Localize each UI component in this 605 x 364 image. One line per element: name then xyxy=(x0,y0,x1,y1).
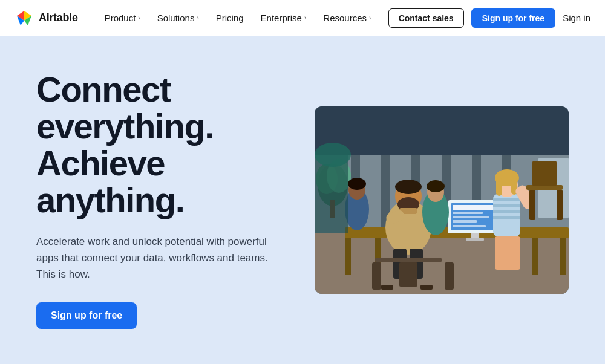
nav-item-product[interactable]: Product › xyxy=(97,9,148,27)
signin-button[interactable]: Sign in xyxy=(563,13,590,23)
svg-point-66 xyxy=(315,143,351,167)
svg-rect-31 xyxy=(466,238,484,241)
resources-chevron-icon: › xyxy=(369,15,371,21)
nav-item-solutions[interactable]: Solutions › xyxy=(150,9,206,27)
hero-headline: Connect everything. Achieve anything. xyxy=(36,71,290,219)
product-chevron-icon: › xyxy=(138,15,140,21)
nav-item-resources[interactable]: Resources › xyxy=(316,9,378,27)
svg-rect-20 xyxy=(560,238,566,275)
svg-rect-27 xyxy=(453,216,489,218)
svg-rect-62 xyxy=(372,262,381,290)
svg-point-54 xyxy=(348,178,366,190)
office-scene-illustration xyxy=(315,106,569,294)
svg-point-57 xyxy=(427,180,445,192)
svg-rect-28 xyxy=(453,220,477,223)
svg-rect-63 xyxy=(445,262,454,290)
svg-rect-45 xyxy=(493,216,520,219)
hero-image-wrapper xyxy=(315,106,569,294)
nav-item-enterprise[interactable]: Enterprise › xyxy=(253,9,314,27)
svg-rect-26 xyxy=(453,212,483,214)
svg-rect-19 xyxy=(345,238,351,275)
navbar: Airtable Product › Solutions › Pricing E… xyxy=(0,0,605,36)
svg-rect-44 xyxy=(493,210,520,213)
navbar-nav: Product › Solutions › Pricing Enterprise… xyxy=(97,9,388,27)
contact-sales-button[interactable]: Contact sales xyxy=(388,8,464,28)
solutions-chevron-icon: › xyxy=(197,15,198,21)
svg-rect-50 xyxy=(495,236,520,270)
svg-rect-70 xyxy=(557,190,563,220)
svg-rect-7 xyxy=(315,233,569,294)
svg-rect-68 xyxy=(532,161,557,186)
svg-rect-29 xyxy=(453,225,486,227)
svg-rect-60 xyxy=(381,285,393,290)
hero-signup-button[interactable]: Sign up for free xyxy=(36,302,137,329)
svg-rect-22 xyxy=(532,238,538,275)
logo-text: Airtable xyxy=(39,11,78,24)
airtable-logo-icon xyxy=(15,8,34,28)
svg-rect-59 xyxy=(399,262,417,287)
logo-link[interactable]: Airtable xyxy=(15,8,78,28)
hero-content: Connect everything. Achieve anything. Ac… xyxy=(36,71,315,328)
hero-subtext: Accelerate work and unlock potential wit… xyxy=(36,233,278,283)
navbar-actions: Contact sales Sign up for free Sign in xyxy=(388,8,590,28)
svg-rect-25 xyxy=(453,205,497,210)
svg-rect-42 xyxy=(493,198,520,201)
svg-rect-61 xyxy=(420,285,433,290)
enterprise-chevron-icon: › xyxy=(304,15,306,21)
hero-section: Connect everything. Achieve anything. Ac… xyxy=(0,36,605,364)
navbar-signup-button[interactable]: Sign up for free xyxy=(471,8,555,28)
svg-rect-5 xyxy=(315,106,569,155)
nav-item-pricing[interactable]: Pricing xyxy=(209,9,251,27)
svg-rect-48 xyxy=(496,178,502,196)
svg-rect-58 xyxy=(375,258,442,262)
svg-rect-69 xyxy=(529,190,535,220)
svg-point-35 xyxy=(395,180,422,194)
svg-rect-43 xyxy=(493,204,520,207)
hero-image xyxy=(315,106,569,294)
svg-rect-30 xyxy=(471,233,479,238)
